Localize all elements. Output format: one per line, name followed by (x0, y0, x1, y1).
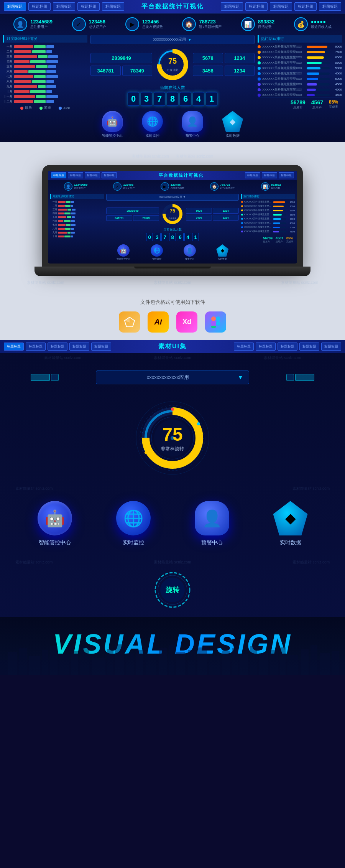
bottom-stat-num-0: 56789 (291, 99, 306, 105)
metrics-grid: 2839849 346781 78349 (90, 47, 255, 82)
nav-item-4[interactable]: 标题标题 (77, 2, 100, 11)
nav-item-10[interactable]: 标题标题 (319, 2, 341, 11)
nav-item-9[interactable]: 标题标题 (294, 2, 317, 11)
s4-nav-item-1[interactable]: 标题标题 (26, 343, 46, 351)
bar-label: 三月 (3, 54, 13, 59)
mini-rank-dot (241, 218, 243, 220)
mini-rank-item: XXXXXX关科领域里里里XXX 5000 (241, 217, 295, 221)
mini-metric-r0: 5678 (186, 208, 212, 214)
mini-nav-item-1[interactable]: 标题标题 (51, 172, 66, 178)
online-digit: 8 (167, 92, 178, 106)
mini-rank-text: XXXXXX关科领域里里里XXX (244, 221, 272, 225)
mini-title: 平台数据统计可视化 (117, 173, 245, 178)
svg-point-22 (197, 422, 200, 425)
mini-dropdown[interactable]: xxxxxxxxxxxxx应用 ▼ (106, 194, 239, 201)
mini-bs-pct: 85% (286, 236, 293, 240)
nav-item-3[interactable]: 标题标题 (53, 2, 75, 11)
nav-item-7[interactable]: 标题标题 (245, 2, 268, 11)
activity-icon: 📊 (241, 17, 255, 31)
left-nav: 标题标题 标题标题 标题标题 标题标题 标题标题 (4, 2, 124, 11)
stat-num-2: 123456 (142, 19, 163, 25)
s4-nav-item-2[interactable]: 标题标题 (48, 343, 67, 351)
mini-bar-seg (71, 232, 75, 234)
mini-stat-num-0: 12345689 (74, 183, 88, 186)
mini-bar-row: 七月 (50, 223, 104, 227)
mini-nav-item-3[interactable]: 标题标题 (85, 172, 100, 178)
rank-bar-fill (307, 89, 316, 91)
svg-rect-10 (211, 326, 216, 328)
mini-stat-1: ✓ 123456 总认证用户 (113, 182, 135, 191)
mini-stat-num-1: 123456 (123, 183, 135, 186)
s4-nav-item-7[interactable]: 标题标题 (278, 343, 297, 351)
mini-stat-info-0: 12345689 总注册用户 (74, 183, 88, 190)
online-count: 当前在线人数 0378641 (90, 85, 255, 106)
mini-bar-seg (71, 236, 73, 237)
mini-bar-row: 八月 (50, 227, 104, 231)
mini-rank-text: XXXXXX关科领域里里里XXX (244, 226, 272, 229)
s4-nav-item-8[interactable]: 标题标题 (299, 343, 319, 351)
nav-item-2[interactable]: 标题标题 (28, 2, 51, 11)
mini-bar-row: 十月 (50, 235, 104, 238)
xd-label: Xd (182, 318, 191, 326)
bar-segments (14, 55, 87, 58)
mini-nav-item-7[interactable]: 标题标题 (279, 172, 294, 178)
s4-nav-item-5[interactable]: 标题标题 (234, 343, 254, 351)
stat-label-4: 日活总数 (258, 25, 274, 30)
big-donut-center: 75 非常棒旋转 (161, 424, 184, 452)
s4-nav-item-6[interactable]: 标题标题 (256, 343, 276, 351)
legend-game: 游戏 (39, 105, 51, 110)
mini-nav-item-2[interactable]: 标题标题 (68, 172, 83, 178)
mini-nav-item-6[interactable]: 标题标题 (262, 172, 277, 178)
bar-row: 七月 (3, 74, 87, 79)
mini-rank-text: XXXXXX关科领域里里里XXX (244, 217, 272, 221)
s4-nav-item-active[interactable]: 标题标题 (4, 343, 24, 351)
sketch-icon (119, 311, 140, 333)
mini-bs-label-1: 总用户 (276, 240, 283, 244)
mini-metric-r-row1: 3456 1234 (186, 215, 239, 221)
s4-nav-item-3[interactable]: 标题标题 (69, 343, 89, 351)
metric-num-r0: 5678 (196, 55, 220, 61)
rank-text: XXXXXX关科领域里里里XXX (262, 61, 305, 65)
mini-bar-seg (71, 224, 76, 226)
s4-nav: 标题标题 标题标题 标题标题 标题标题 标题标题 素材UI集 标题标题 标题标题… (0, 340, 345, 353)
s4-nav-item-9[interactable]: 标题标题 (321, 343, 341, 351)
wm-laptop-right: 素材能量站 scnlz.com (281, 280, 318, 285)
rank-item: XXXXXX关科领域里里里XXX 4500 (258, 93, 342, 97)
nav-item-6[interactable]: 标题标题 (221, 2, 243, 11)
mini-nav-item-5[interactable]: 标题标题 (245, 172, 260, 178)
mini-rank-text: XXXXXX关科领域里里里XXX (244, 200, 272, 204)
mini-rank-bar (273, 231, 286, 232)
svg-rect-37 (107, 649, 113, 675)
rank-text: XXXXXX关科领域里里里XXX (262, 50, 305, 54)
mini-online-digit: 3 (154, 233, 161, 241)
mini-rank-fill (273, 214, 282, 216)
nav-item-1[interactable]: 标题标题 (4, 2, 26, 11)
mini-bar-seg (71, 220, 75, 222)
bar-segment (14, 100, 33, 103)
mini-rank-fill (273, 227, 280, 228)
rank-bar-bg (307, 94, 330, 96)
donut-value: 75 (167, 57, 178, 66)
mini-rank-item: XXXXXX关科领域里里里XXX 6500 (241, 209, 295, 212)
verify-icon: ✓ (72, 17, 86, 31)
ranking-list: XXXXXX关科领域里里里XXX 9000 XXXXXX关科领域里里里XXX 7… (258, 44, 342, 97)
top-nav: 标题标题 标题标题 标题标题 标题标题 标题标题 平台数据统计可视化 标题标题 … (0, 0, 345, 13)
nav-item-5[interactable]: 标题标题 (102, 2, 124, 11)
bar-segment (14, 50, 31, 53)
mini-robot-icon: 🤖 (117, 244, 130, 257)
mini-bar-seg (71, 205, 73, 207)
dropdown-bar[interactable]: xxxxxxxxxxxxx应用 ▼ (90, 35, 255, 44)
mini-nav-item-4[interactable]: 标题标题 (102, 172, 117, 178)
mini-bar-seg (66, 224, 71, 226)
left-panel: 月度版块统计情况 一月二月三月四月五月六月七月八月九月十月十一月十二月 娱乐 游… (3, 35, 87, 140)
rank-bar-bg (307, 67, 330, 69)
s4-nav-item-4[interactable]: 标题标题 (91, 343, 111, 351)
metric-right-1: 1234 (225, 53, 255, 63)
bottom-stat-label-0: 总发布 (293, 105, 302, 110)
mini-donut-num: 75 (169, 208, 176, 214)
stat-info-3: 788723 近7日新增房产 (199, 19, 222, 30)
nav-item-8[interactable]: 标题标题 (270, 2, 292, 11)
mini-stat-info-2: 123456 总发布视频数 (171, 183, 184, 190)
house-icon: 🏠 (182, 17, 196, 31)
app-selector[interactable]: xxxxxxxxxxxxx应用 ▼ (96, 371, 249, 384)
